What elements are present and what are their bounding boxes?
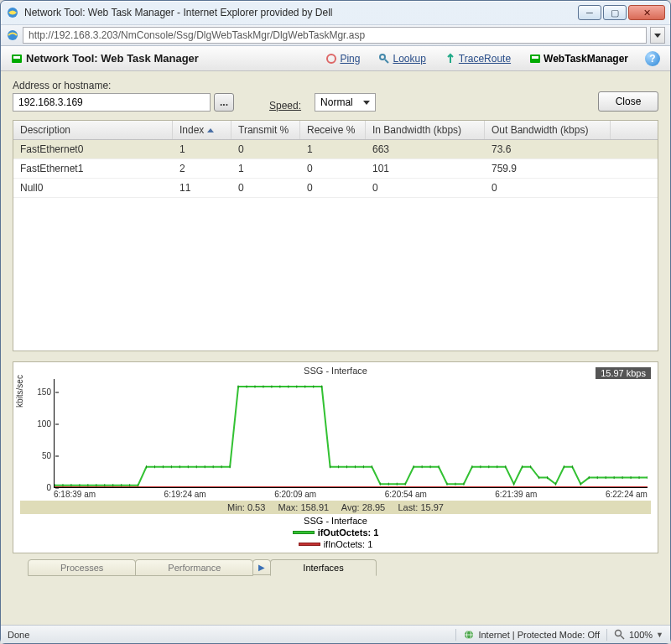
table-row[interactable]: Null0110000 xyxy=(13,179,658,198)
speed-label: Speed: xyxy=(269,100,301,112)
zoom-icon xyxy=(614,629,626,641)
task-manager-icon xyxy=(11,53,23,65)
ie-favicon xyxy=(6,6,19,19)
tab-interfaces[interactable]: Interfaces xyxy=(270,559,376,576)
webtaskmgr-icon xyxy=(529,53,541,65)
chart-xticks: 6:18:39 am6:19:24 am6:20:09 am6:20:54 am… xyxy=(54,488,648,499)
chart-ylabel: kbits/sec xyxy=(15,375,24,408)
chart-current-badge: 15.97 kbps xyxy=(596,367,651,379)
legend-ifin: ifInOctets: 1 xyxy=(299,539,373,549)
tab-performance[interactable]: Performance xyxy=(135,559,253,576)
interfaces-table: Description Index Transmit % Receive % I… xyxy=(13,120,658,351)
table-body: FastEthernet010166373.6FastEthernet12101… xyxy=(13,140,658,198)
col-description[interactable]: Description xyxy=(13,121,173,139)
chart-legend: SSG - Interface ifOutOctets: 1 ifInOctet… xyxy=(20,516,651,549)
page-icon xyxy=(6,29,19,42)
tabs: Processes Performance ▶ Interfaces xyxy=(13,558,658,575)
address-label: Address or hostname: xyxy=(13,80,234,91)
lookup-link[interactable]: Lookup xyxy=(378,53,425,65)
sort-asc-icon xyxy=(207,128,214,132)
svg-point-5 xyxy=(380,55,385,60)
page-title: Network Tool: Web Task Manager xyxy=(11,52,199,65)
browse-button[interactable]: ... xyxy=(214,93,234,112)
status-done: Done xyxy=(8,630,29,640)
table-header: Description Index Transmit % Receive % I… xyxy=(13,121,658,140)
col-index[interactable]: Index xyxy=(173,121,231,139)
table-row[interactable]: FastEthernet010166373.6 xyxy=(13,140,658,159)
svg-point-4 xyxy=(327,55,336,63)
browser-window: Network Tool: Web Task Manager - Interne… xyxy=(0,0,671,644)
minimize-button[interactable]: ─ xyxy=(578,5,601,20)
svg-point-84 xyxy=(615,630,621,636)
status-zoom[interactable]: 100% ▼ xyxy=(614,629,663,641)
svg-rect-3 xyxy=(13,56,20,59)
col-transmit[interactable]: Transmit % xyxy=(231,121,300,139)
window-title: Network Tool: Web Task Manager - Interne… xyxy=(24,7,578,18)
ping-link[interactable]: Ping xyxy=(325,53,360,65)
url-dropdown[interactable] xyxy=(650,27,665,44)
legend-ifout: ifOutOctets: 1 xyxy=(293,527,379,538)
chart-stats: Min: 0.53 Max: 158.91 Avg: 28.95 Last: 1… xyxy=(20,501,651,514)
lookup-icon xyxy=(378,53,390,65)
col-in-bandwidth[interactable]: In Bandwidth (kbps) xyxy=(366,121,485,139)
tab-processes[interactable]: Processes xyxy=(28,559,136,576)
maximize-button[interactable]: ▢ xyxy=(603,5,627,20)
webtaskmanager-link[interactable]: WebTaskManager xyxy=(529,53,628,65)
traceroute-icon xyxy=(445,53,456,65)
app-toolbar: Network Tool: Web Task Manager Ping Look… xyxy=(1,46,670,71)
address-input[interactable] xyxy=(13,93,211,112)
window-close-button[interactable]: ✕ xyxy=(628,5,665,20)
help-button[interactable]: ? xyxy=(645,51,660,66)
chevron-down-icon: ▼ xyxy=(656,631,663,639)
url-field[interactable]: http://192.168.3.203/NmConsole/Ssg/DlgWe… xyxy=(23,27,647,44)
titlebar: Network Tool: Web Task Manager - Interne… xyxy=(1,1,670,24)
globe-icon xyxy=(463,629,475,641)
tab-scroll-button[interactable]: ▶ xyxy=(252,559,271,575)
ping-icon xyxy=(325,53,337,65)
chevron-down-icon xyxy=(654,34,661,38)
col-out-bandwidth[interactable]: Out Bandwidth (kbps) xyxy=(485,121,611,139)
query-form: Address or hostname: ... Speed: Normal C… xyxy=(13,80,658,112)
window-controls: ─ ▢ ✕ xyxy=(578,5,665,20)
svg-line-85 xyxy=(621,636,624,639)
table-row[interactable]: FastEthernet1210101759.9 xyxy=(13,159,658,179)
chevron-down-icon xyxy=(363,101,370,105)
svg-line-6 xyxy=(385,60,388,63)
chart-plot: 050100150 xyxy=(54,379,648,488)
status-zone: Internet | Protected Mode: Off xyxy=(463,629,600,641)
address-bar: http://192.168.3.203/NmConsole/Ssg/DlgWe… xyxy=(1,24,670,46)
svg-rect-8 xyxy=(532,56,538,59)
speed-select[interactable]: Normal xyxy=(315,93,376,112)
close-button[interactable]: Close xyxy=(598,91,658,112)
traceroute-link[interactable]: TraceRoute xyxy=(445,53,511,65)
chart-panel: SSG - Interface 15.97 kbps kbits/sec 050… xyxy=(13,361,658,553)
col-receive[interactable]: Receive % xyxy=(300,121,366,139)
content-area: Address or hostname: ... Speed: Normal C… xyxy=(1,71,670,625)
chart-title: SSG - Interface xyxy=(20,366,651,376)
statusbar: Done Internet | Protected Mode: Off 100%… xyxy=(1,625,670,643)
